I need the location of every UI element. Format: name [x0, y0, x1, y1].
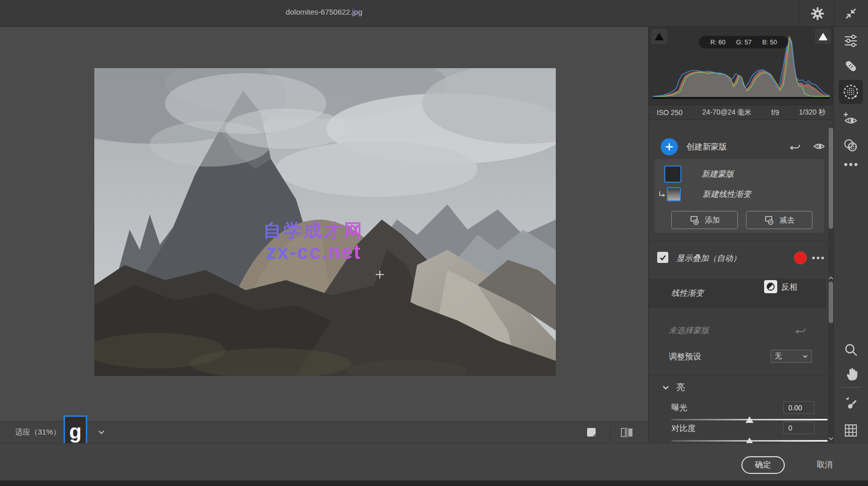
invert-icon [766, 282, 775, 291]
scroll-down-icon[interactable] [828, 437, 833, 441]
redeye-icon [843, 111, 858, 126]
whitebalance-tool-button[interactable] [839, 392, 863, 416]
invert-label: 反相 [781, 282, 797, 293]
bottom-strip [0, 480, 868, 486]
subtract-button[interactable]: 减去 [746, 211, 813, 229]
grid-overlay-button[interactable] [839, 418, 863, 443]
eye-icon [813, 142, 825, 151]
undo-icon [789, 141, 801, 152]
subtract-label: 减去 [780, 215, 795, 225]
presets-tool-button[interactable] [839, 133, 863, 157]
mask-thumbnail [664, 166, 681, 183]
exposure-value[interactable]: 0.00 [783, 401, 815, 414]
before-after-button[interactable] [618, 425, 635, 440]
canvas-area: 自学成才网 zx-cc.net 适应（31%） [0, 27, 648, 443]
histogram[interactable]: R: 60 G: 57 B: 50 [649, 27, 833, 105]
undo-icon [795, 325, 807, 336]
strip-separator [610, 424, 611, 441]
exposure-slider-thumb[interactable] [745, 416, 754, 423]
ok-button[interactable]: 确定 [741, 456, 785, 474]
preset-dropdown[interactable]: 无 [771, 350, 812, 363]
add-button[interactable]: 添加 [671, 211, 738, 229]
more-tools-button[interactable] [839, 155, 863, 174]
show-overlay-checkbox[interactable] [657, 252, 668, 263]
mask-undo-button[interactable] [787, 139, 803, 154]
preset-value: 无 [775, 352, 782, 361]
ok-label: 确定 [755, 460, 771, 470]
hand-icon [844, 366, 858, 381]
shadow-clipping-toggle[interactable] [651, 29, 667, 44]
thumbnail-chevron-icon[interactable] [98, 429, 105, 435]
mask-item-new-mask[interactable]: 新建蒙版 [664, 165, 816, 184]
divider [649, 375, 833, 375]
exif-shutter: 1/320 秒 [799, 108, 826, 117]
settings-button[interactable] [808, 4, 827, 23]
collapse-icon [844, 7, 857, 20]
zoom-level[interactable]: 适应（31%） [15, 427, 61, 437]
exif-iso: ISO 250 [657, 109, 682, 117]
zoom-tool-button[interactable] [839, 338, 863, 362]
hand-tool-button[interactable] [839, 361, 863, 386]
exif-lens: 24-70@24 毫米 [703, 108, 751, 117]
crosshair [375, 270, 384, 279]
no-mask-selected-label: 未选择蒙版 [669, 326, 709, 336]
tool-name-label: 线性渐变 [671, 288, 704, 299]
zoom-bar: 适应（31%） [0, 421, 648, 443]
gradient-thumbnail [667, 187, 681, 201]
right-panel: R: 60 G: 57 B: 50 ISO 250 24-70@24 毫米 f/… [648, 27, 833, 443]
presets-icon [843, 138, 859, 153]
masking-tool-button[interactable] [839, 80, 863, 104]
adjust-preset-label: 调整预设 [669, 352, 701, 362]
highlight-clip-icon [818, 31, 829, 41]
healing-tool-button[interactable] [839, 54, 863, 78]
plus-icon [661, 138, 678, 155]
rgb-b-value: B: 50 [762, 39, 777, 46]
show-overlay-label: 显示叠加（自动） [676, 253, 741, 264]
whitebalance-icon [843, 397, 858, 412]
mask-item-linear-gradient[interactable]: 新建线性渐变 [667, 186, 818, 203]
mask-scrollbar-thumb[interactable] [829, 128, 833, 229]
mask-visibility-button[interactable] [811, 139, 827, 154]
chevron-down-icon [662, 385, 669, 390]
watermark-line1: 自学成才网 [203, 219, 425, 243]
contrast-label: 对比度 [671, 423, 696, 434]
rail-separator [841, 387, 860, 388]
grid-icon [844, 423, 858, 438]
edit-sliders-icon [843, 33, 858, 48]
mask-item-label: 新建蒙版 [702, 169, 734, 180]
add-label: 添加 [705, 215, 720, 225]
highlight-clipping-toggle[interactable] [815, 29, 831, 44]
watermark-line2: zx-cc.net [203, 241, 425, 263]
more-icon [811, 254, 825, 262]
edit-tool-button[interactable] [839, 29, 863, 53]
photo[interactable]: 自学成才网 zx-cc.net [94, 68, 556, 376]
zoom-icon [843, 342, 858, 357]
scroll-up-icon[interactable] [828, 276, 833, 280]
invert-button[interactable] [764, 280, 777, 293]
mask-list: 新建蒙版 新建线性渐变 添加 [655, 159, 824, 233]
overlay-color-swatch[interactable] [794, 251, 807, 264]
adjust-scrollbar-thumb[interactable] [829, 282, 833, 323]
before-after-icon [620, 426, 634, 439]
gear-icon [811, 7, 825, 21]
rgb-r-value: R: 60 [711, 39, 726, 46]
cancel-button[interactable]: 取消 [807, 456, 842, 474]
exif-aperture: f/9 [771, 109, 779, 117]
exposure-label: 曝光 [671, 403, 687, 413]
light-section-header[interactable]: 亮 [662, 382, 685, 393]
exif-bar: ISO 250 24-70@24 毫米 f/9 1/320 秒 [649, 105, 833, 120]
contrast-slider-thumb[interactable] [745, 438, 754, 443]
preview-toggle-button[interactable] [584, 425, 599, 440]
adjustments-undo-button[interactable] [795, 325, 807, 336]
divider [649, 241, 833, 241]
mask-item-label: 新建线性渐变 [703, 189, 751, 200]
rgb-g-value: G: 57 [736, 39, 752, 46]
redeye-tool-button[interactable] [839, 106, 863, 131]
preview-square-icon [586, 426, 598, 439]
subtract-mask-icon [764, 215, 775, 225]
thumbnail-letter: g [69, 421, 81, 442]
exit-fullscreen-button[interactable] [841, 4, 860, 23]
overlay-more-button[interactable] [811, 254, 825, 262]
chevron-down-icon [802, 354, 808, 358]
contrast-value[interactable]: 0 [783, 421, 815, 434]
